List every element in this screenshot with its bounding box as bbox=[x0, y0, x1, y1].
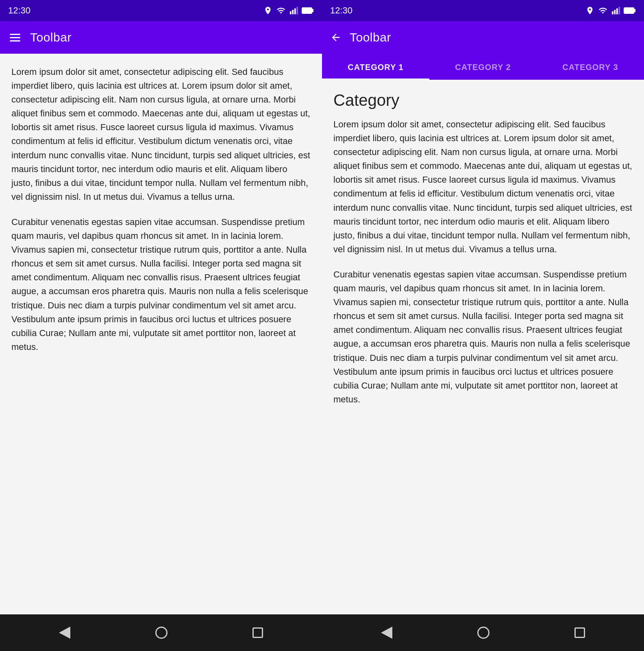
status-bar-1: 12:30 bbox=[0, 0, 322, 21]
time-1: 12:30 bbox=[8, 5, 30, 16]
hamburger-icon[interactable] bbox=[8, 32, 22, 43]
svg-rect-1 bbox=[292, 10, 294, 14]
tab-category-2[interactable]: CATEGORY 2 bbox=[429, 56, 537, 80]
toolbar-title-1: Toolbar bbox=[30, 31, 72, 44]
phone-2: 12:30 Toolbar CATEGORY 1 CATEGORY 2 CATE… bbox=[322, 0, 644, 651]
svg-rect-9 bbox=[618, 7, 620, 14]
paragraph-1-1: Lorem ipsum dolor sit amet, consectetur … bbox=[11, 65, 311, 204]
svg-rect-7 bbox=[614, 10, 616, 14]
home-button-1[interactable] bbox=[155, 627, 168, 639]
location-icon-2 bbox=[585, 6, 594, 15]
paragraph-2-1: Lorem ipsum dolor sit amet, consectetur … bbox=[333, 118, 633, 256]
battery-icon bbox=[302, 6, 314, 15]
wifi-icon bbox=[276, 6, 286, 15]
back-triangle-icon bbox=[59, 627, 70, 639]
back-arrow-icon[interactable] bbox=[330, 32, 342, 43]
svg-rect-5 bbox=[312, 9, 313, 12]
paragraph-2-2: Curabitur venenatis egestas sapien vitae… bbox=[333, 268, 633, 406]
phone-1: 12:30 Toolbar Lorem ipsum dolor sit amet… bbox=[0, 0, 322, 651]
svg-rect-3 bbox=[296, 7, 298, 14]
tab-category-3[interactable]: CATEGORY 3 bbox=[537, 56, 644, 80]
svg-rect-2 bbox=[294, 9, 296, 15]
recents-button-1[interactable] bbox=[252, 627, 263, 638]
toolbar-1: Toolbar bbox=[0, 21, 322, 54]
toolbar-2: Toolbar bbox=[322, 21, 644, 54]
signal-icon-2 bbox=[611, 6, 620, 15]
wifi-icon-2 bbox=[598, 6, 608, 15]
back-button-2[interactable] bbox=[381, 627, 392, 639]
svg-rect-0 bbox=[290, 11, 292, 14]
recents-button-2[interactable] bbox=[574, 627, 585, 638]
paragraph-1-2: Curabitur venenatis egestas sapien vitae… bbox=[11, 215, 311, 354]
svg-rect-6 bbox=[612, 11, 614, 14]
content-1: Lorem ipsum dolor sit amet, consectetur … bbox=[0, 54, 322, 614]
status-bar-2: 12:30 bbox=[322, 0, 644, 21]
status-icons-2 bbox=[585, 6, 636, 15]
toolbar-title-2: Toolbar bbox=[350, 31, 391, 44]
battery-icon-2 bbox=[624, 6, 636, 15]
home-button-2[interactable] bbox=[477, 627, 490, 639]
back-button-1[interactable] bbox=[59, 627, 70, 639]
svg-rect-10 bbox=[624, 8, 634, 13]
recents-square-icon-2 bbox=[574, 627, 585, 638]
location-icon bbox=[263, 6, 272, 15]
svg-rect-8 bbox=[616, 9, 618, 15]
recents-square-icon bbox=[252, 627, 263, 638]
svg-rect-4 bbox=[302, 8, 312, 13]
signal-icon bbox=[289, 6, 298, 15]
status-icons-1 bbox=[263, 6, 314, 15]
home-circle-icon bbox=[155, 627, 168, 639]
nav-bar-1 bbox=[0, 614, 322, 651]
nav-bar-2 bbox=[322, 614, 644, 651]
back-triangle-icon-2 bbox=[381, 627, 392, 639]
content-2: Category Lorem ipsum dolor sit amet, con… bbox=[322, 80, 644, 614]
svg-rect-11 bbox=[634, 9, 635, 12]
home-circle-icon-2 bbox=[477, 627, 490, 639]
content-title: Category bbox=[333, 91, 633, 109]
time-2: 12:30 bbox=[330, 5, 352, 16]
tab-category-1[interactable]: CATEGORY 1 bbox=[322, 56, 429, 80]
tab-bar: CATEGORY 1 CATEGORY 2 CATEGORY 3 bbox=[322, 54, 644, 80]
